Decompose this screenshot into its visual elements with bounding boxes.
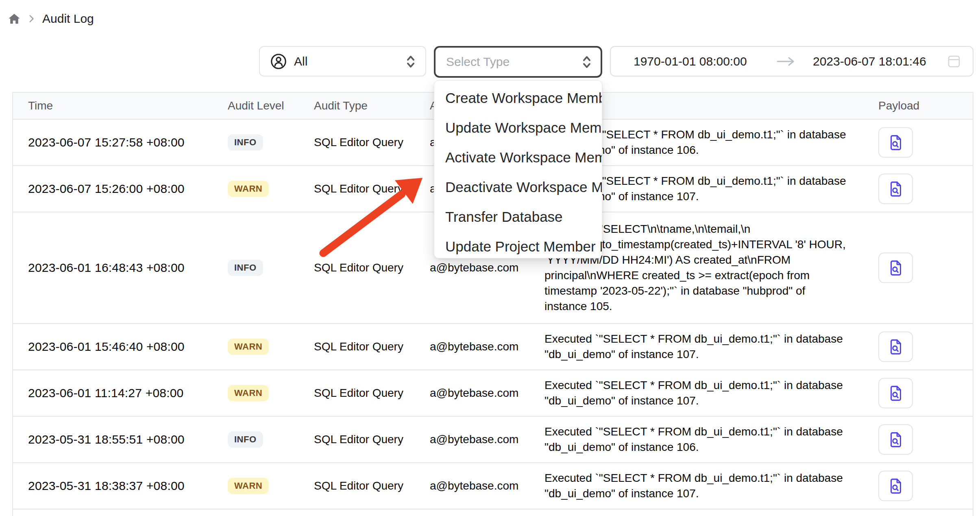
- type-menu-item[interactable]: Update Workspace Member: [434, 113, 602, 142]
- row-audit-level: INFO: [228, 431, 263, 448]
- row-comment: Executed `"SELECT * FROM db_ui_demo.t1;"…: [544, 424, 866, 455]
- audit-level-badge: WARN: [228, 385, 269, 401]
- row-audit-type: SQL Editor Query: [314, 182, 403, 195]
- audit-log-row: 2023-05-31 18:55:51 +08:00INFOSQL Editor…: [13, 417, 973, 463]
- payload-doc-magnifier-icon: [886, 477, 905, 495]
- row-time: 2023-06-01 15:46:40 +08:00: [28, 340, 185, 354]
- select-chevrons-icon: [406, 53, 416, 70]
- column-header-payload: Payload: [878, 99, 919, 112]
- date-range-input[interactable]: 1970-01-01 08:00:00 2023-06-07 18:01:46: [610, 46, 973, 77]
- audit-log-row: 2023-05-31 18:38:37 +08:00WARNSQL Editor…: [13, 463, 973, 509]
- column-header-level: Audit Level: [228, 99, 284, 112]
- payload-doc-magnifier-icon: [886, 430, 905, 449]
- breadcrumb: Audit Log: [8, 12, 94, 26]
- audit-log-row-partial: [13, 509, 973, 516]
- actor-filter-select[interactable]: All: [259, 46, 426, 77]
- row-audit-level: INFO: [228, 260, 263, 276]
- column-header-time: Time: [28, 99, 53, 112]
- audit-level-badge: INFO: [228, 260, 263, 276]
- payload-doc-magnifier-icon: [886, 258, 905, 277]
- row-audit-level: WARN: [228, 385, 269, 401]
- payload-view-button[interactable]: [878, 378, 913, 409]
- actor-filter-value: All: [294, 55, 307, 68]
- row-comment-line: Executed `"SELECT * FROM db_ui_demo.t1;"…: [544, 378, 866, 393]
- row-audit-level: INFO: [228, 134, 263, 151]
- calendar-icon[interactable]: [947, 54, 961, 69]
- home-icon[interactable]: [8, 13, 20, 25]
- row-actor: a@bytebase.com: [430, 479, 518, 492]
- column-header-type: Audit Type: [314, 99, 368, 112]
- row-actor: a@bytebase.com: [430, 387, 518, 400]
- date-range-start[interactable]: 1970-01-01 08:00:00: [634, 55, 747, 68]
- payload-view-button[interactable]: [878, 127, 913, 158]
- row-comment: Executed `"SELECT * FROM db_ui_demo.t1;"…: [544, 331, 866, 362]
- row-comment-line: timestamp '2023-05-22');"` in database "…: [544, 283, 866, 299]
- row-comment-line: Executed `"SELECT * FROM db_ui_demo.t1;"…: [544, 470, 866, 486]
- row-audit-level: WARN: [228, 339, 269, 355]
- payload-view-button[interactable]: [878, 332, 913, 362]
- payload-view-button[interactable]: [878, 471, 913, 501]
- row-time: 2023-06-01 11:14:27 +08:00: [28, 386, 183, 400]
- row-comment-line: Executed `"SELECT * FROM db_ui_demo.t1;"…: [544, 424, 866, 439]
- select-chevrons-icon: [582, 53, 592, 70]
- row-audit-type: SQL Editor Query: [314, 479, 403, 492]
- row-comment-line: "db_ui_demo" of instance 106.: [544, 439, 866, 455]
- row-actor: a@bytebase.com: [430, 340, 518, 353]
- breadcrumb-chevron-icon: [26, 13, 37, 24]
- row-comment-line: instance 105.: [544, 299, 866, 314]
- row-comment: Executed `"SELECT * FROM db_ui_demo.t1;"…: [544, 378, 866, 409]
- row-time: 2023-05-31 18:38:37 +08:00: [28, 479, 185, 493]
- audit-log-row: 2023-06-01 15:46:40 +08:00WARNSQL Editor…: [13, 324, 973, 370]
- row-audit-type: SQL Editor Query: [314, 387, 403, 400]
- audit-level-badge: INFO: [228, 431, 263, 448]
- type-filter-select[interactable]: Select Type: [434, 46, 602, 78]
- row-actor: a@bytebase.com: [430, 261, 518, 274]
- type-select-dropdown: Create Workspace MemberUpdate Workspace …: [434, 80, 602, 258]
- row-comment-line: "db_ui_demo" of instance 107.: [544, 347, 866, 362]
- audit-level-badge: WARN: [228, 478, 269, 494]
- row-audit-level: WARN: [228, 181, 269, 197]
- row-time: 2023-05-31 18:55:51 +08:00: [28, 433, 185, 446]
- audit-level-badge: INFO: [228, 134, 263, 151]
- row-time: 2023-06-01 16:48:43 +08:00: [28, 261, 185, 275]
- type-menu-item[interactable]: Deactivate Workspace Member: [434, 172, 602, 202]
- row-audit-type: SQL Editor Query: [314, 261, 403, 274]
- payload-doc-magnifier-icon: [886, 337, 905, 356]
- payload-doc-magnifier-icon: [886, 179, 905, 198]
- date-range-end[interactable]: 2023-06-07 18:01:46: [813, 55, 926, 68]
- type-filter-placeholder: Select Type: [446, 55, 510, 69]
- audit-level-badge: WARN: [228, 339, 269, 355]
- payload-view-button[interactable]: [878, 253, 913, 283]
- row-audit-type: SQL Editor Query: [314, 136, 403, 149]
- arrow-right-icon: [775, 56, 796, 67]
- type-menu-item[interactable]: Update Project Member Role: [434, 232, 602, 258]
- row-comment-line: "db_ui_demo" of instance 107.: [544, 393, 866, 409]
- payload-view-button[interactable]: [878, 424, 913, 455]
- row-time: 2023-06-07 15:26:00 +08:00: [28, 182, 185, 196]
- page-title: Audit Log: [42, 12, 94, 26]
- row-comment-line: "db_ui_demo" of instance 107.: [544, 486, 866, 501]
- row-comment: Executed `"SELECT * FROM db_ui_demo.t1;"…: [544, 470, 866, 501]
- row-audit-level: WARN: [228, 478, 269, 494]
- type-menu-item[interactable]: Activate Workspace Member: [434, 142, 602, 172]
- payload-doc-magnifier-icon: [886, 133, 905, 152]
- row-audit-type: SQL Editor Query: [314, 340, 403, 353]
- audit-log-row: 2023-06-01 11:14:27 +08:00WARNSQL Editor…: [13, 370, 973, 417]
- row-actor: a@bytebase.com: [430, 433, 518, 446]
- row-comment-line: Executed `"SELECT * FROM db_ui_demo.t1;"…: [544, 331, 866, 347]
- payload-doc-magnifier-icon: [886, 384, 905, 402]
- type-menu-item[interactable]: Transfer Database: [434, 202, 602, 232]
- audit-level-badge: WARN: [228, 181, 269, 197]
- row-audit-type: SQL Editor Query: [314, 433, 403, 446]
- payload-view-button[interactable]: [878, 174, 913, 204]
- type-menu-item[interactable]: Create Workspace Member: [434, 83, 602, 113]
- row-comment-line: principal\nWHERE created_ts >= extract(e…: [544, 268, 866, 283]
- person-circle-icon: [270, 52, 287, 70]
- row-time: 2023-06-07 15:27:58 +08:00: [28, 136, 185, 149]
